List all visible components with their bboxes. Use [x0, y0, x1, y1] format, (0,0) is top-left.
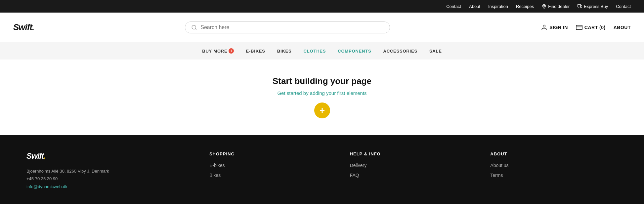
topbar-inspiration[interactable]: Inspiration	[488, 4, 508, 9]
footer-logo: Swift.	[26, 151, 196, 161]
nav-bikes[interactable]: BIKES	[271, 42, 298, 60]
svg-rect-1	[578, 5, 581, 7]
footer-link-about-us[interactable]: About us	[490, 163, 508, 168]
footer-link-terms[interactable]: Terms	[490, 173, 503, 178]
nav-components[interactable]: COMPONENTS	[332, 42, 377, 60]
nav-ebikes[interactable]: E-BIKES	[240, 42, 271, 60]
nav-badge: 1	[229, 48, 234, 54]
svg-point-3	[578, 7, 579, 8]
cart-button[interactable]: CART (0)	[576, 24, 606, 31]
svg-point-4	[581, 7, 582, 8]
nav-clothes[interactable]: CLOTHES	[298, 42, 332, 60]
footer: Swift. Bjoernholms Allé 30, 8260 Viby J,…	[0, 135, 644, 204]
topbar-about[interactable]: About	[469, 4, 480, 9]
sign-in-button[interactable]: SIGN IN	[541, 24, 568, 31]
nav-buy-more[interactable]: BUY MORE 1	[196, 42, 240, 60]
svg-point-5	[192, 25, 196, 29]
topbar-contact2[interactable]: Contact	[616, 4, 631, 9]
footer-about-links: About us Terms	[490, 162, 618, 178]
svg-point-7	[543, 25, 545, 27]
search-bar	[185, 21, 390, 33]
about-button[interactable]: ABOUT	[614, 25, 631, 30]
user-icon	[541, 24, 547, 31]
footer-link-ebikes[interactable]: E-bikes	[209, 163, 225, 168]
footer-shopping-links: E-bikes Bikes	[209, 162, 337, 178]
svg-marker-2	[581, 6, 582, 7]
footer-columns: Swift. Bjoernholms Allé 30, 8260 Viby J,…	[26, 151, 618, 190]
topbar-receipes[interactable]: Receipes	[516, 4, 534, 9]
truck-icon	[578, 4, 582, 9]
topbar-contact[interactable]: Contact	[446, 4, 461, 9]
footer-col-shopping: SHOPPING E-bikes Bikes	[209, 151, 337, 190]
footer-col-about: ABOUT About us Terms	[490, 151, 618, 190]
add-element-button[interactable]	[314, 102, 330, 118]
logo: Swift.	[13, 22, 34, 32]
page-subtext: Get started by adding your first element…	[277, 90, 366, 96]
main-content: Start building your page Get started by …	[0, 60, 644, 135]
topbar-find-dealer[interactable]: Find dealer	[542, 4, 570, 9]
footer-col-help: HELP & INFO Delivery FAQ	[350, 151, 477, 190]
svg-rect-8	[576, 25, 582, 29]
main-nav: BUY MORE 1 E-BIKES BIKES CLOTHES COMPONE…	[0, 42, 644, 60]
cart-icon	[576, 24, 582, 31]
nav-accessories[interactable]: ACCESSORIES	[377, 42, 423, 60]
search-icon	[191, 24, 197, 30]
header-actions: SIGN IN CART (0) ABOUT	[541, 24, 631, 31]
location-icon	[542, 4, 546, 9]
header: Swift. SIGN IN CART (0) ABOUT	[0, 13, 644, 42]
footer-company: Swift. Bjoernholms Allé 30, 8260 Viby J,…	[26, 151, 196, 190]
nav-sale[interactable]: SALE	[423, 42, 448, 60]
svg-line-6	[195, 28, 196, 29]
footer-link-bikes[interactable]: Bikes	[209, 173, 221, 178]
footer-link-delivery[interactable]: Delivery	[350, 163, 367, 168]
top-bar: Contact About Inspiration Receipes Find …	[0, 0, 644, 13]
search-input[interactable]	[200, 24, 384, 30]
page-heading: Start building your page	[273, 76, 371, 86]
search-form	[185, 21, 390, 33]
footer-email[interactable]: info@dynamicweb.dk	[26, 184, 67, 189]
footer-help-links: Delivery FAQ	[350, 162, 477, 178]
footer-link-faq[interactable]: FAQ	[350, 173, 359, 178]
plus-icon	[318, 106, 326, 114]
topbar-express-buy[interactable]: Express Buy	[578, 4, 608, 9]
footer-address: Bjoernholms Allé 30, 8260 Viby J, Denmar…	[26, 167, 196, 190]
svg-point-0	[543, 5, 545, 7]
